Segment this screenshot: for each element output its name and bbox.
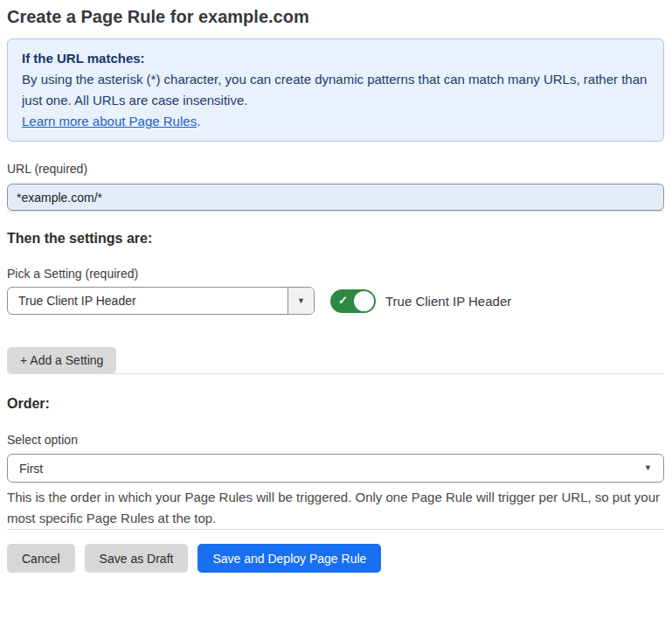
order-select-value: First bbox=[19, 462, 43, 476]
info-box-heading: If the URL matches: bbox=[22, 48, 649, 69]
setting-toggle-label: True Client IP Header bbox=[385, 294, 511, 309]
chevron-down-icon: ▼ bbox=[644, 464, 652, 472]
link-suffix: . bbox=[197, 114, 200, 129]
setting-select-value: True Client IP Header bbox=[8, 288, 288, 314]
save-as-draft-button[interactable]: Save as Draft bbox=[85, 544, 189, 573]
cancel-button[interactable]: Cancel bbox=[7, 544, 75, 573]
divider bbox=[7, 211, 664, 212]
chevron-down-icon: ▼ bbox=[297, 297, 305, 305]
learn-more-link[interactable]: Learn more about Page Rules bbox=[22, 114, 197, 129]
info-box-body: By using the asterisk (*) character, you… bbox=[22, 69, 649, 111]
order-select-label: Select option bbox=[7, 432, 664, 448]
setting-row: True Client IP Header ▼ ✓ True Client IP… bbox=[7, 287, 664, 315]
setting-select[interactable]: True Client IP Header ▼ bbox=[7, 287, 315, 315]
page-title: Create a Page Rule for example.com bbox=[7, 6, 664, 27]
add-setting-button[interactable]: + Add a Setting bbox=[7, 347, 116, 373]
divider bbox=[7, 373, 664, 374]
setting-select-arrow-button[interactable]: ▼ bbox=[288, 288, 314, 314]
order-section-heading: Order: bbox=[7, 395, 664, 412]
toggle-knob bbox=[354, 291, 374, 311]
settings-section-heading: Then the settings are: bbox=[7, 230, 664, 247]
footer-actions: Cancel Save as Draft Save and Deploy Pag… bbox=[7, 544, 664, 573]
save-and-deploy-button[interactable]: Save and Deploy Page Rule bbox=[197, 544, 381, 573]
order-select[interactable]: First ▼ bbox=[7, 454, 664, 483]
url-input[interactable] bbox=[7, 184, 664, 211]
setting-picker-label: Pick a Setting (required) bbox=[7, 266, 664, 282]
divider bbox=[7, 529, 664, 530]
url-field-label: URL (required) bbox=[7, 161, 664, 177]
setting-toggle[interactable]: ✓ bbox=[330, 289, 376, 313]
page-rule-form: Create a Page Rule for example.com If th… bbox=[0, 0, 672, 573]
url-match-info-box: If the URL matches: By using the asteris… bbox=[7, 38, 664, 142]
check-icon: ✓ bbox=[338, 295, 348, 306]
order-help-text: This is the order in which your Page Rul… bbox=[7, 487, 664, 529]
info-box-link-line: Learn more about Page Rules. bbox=[22, 111, 649, 132]
